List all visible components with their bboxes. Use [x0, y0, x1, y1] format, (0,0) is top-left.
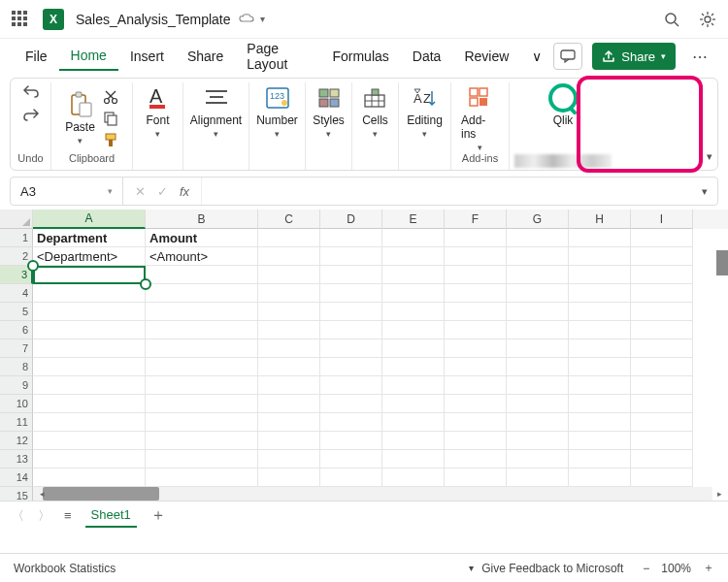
name-box[interactable]: A3 ▾ [11, 178, 123, 205]
cell[interactable] [445, 284, 507, 303]
cell[interactable] [146, 469, 258, 487]
cell[interactable] [258, 247, 320, 266]
cell[interactable] [320, 358, 382, 376]
sheet-next-icon[interactable]: 〉 [38, 507, 50, 525]
more-menu-button[interactable]: ⋯ [685, 43, 714, 70]
row-header[interactable]: 15 [0, 487, 33, 501]
scroll-left-icon[interactable]: ◂ [35, 487, 49, 501]
cell[interactable]: <Department> [33, 247, 146, 266]
column-header-A[interactable]: A [33, 210, 146, 229]
row-header[interactable]: 7 [0, 340, 33, 358]
cell[interactable] [445, 469, 507, 487]
cell[interactable] [258, 321, 320, 340]
cell[interactable] [146, 413, 258, 432]
app-launcher-icon[interactable] [12, 11, 29, 28]
cell[interactable] [146, 376, 258, 395]
cell[interactable]: Department [33, 229, 146, 247]
cell[interactable] [146, 358, 258, 376]
cell[interactable] [258, 469, 320, 487]
cell[interactable] [569, 450, 631, 469]
comments-button[interactable] [553, 43, 582, 70]
cell[interactable] [382, 340, 445, 358]
cell[interactable] [258, 229, 320, 247]
status-dropdown-icon[interactable]: ▾ [469, 563, 474, 573]
tab-formulas[interactable]: Formulas [320, 43, 400, 70]
cell[interactable] [382, 266, 445, 284]
cell[interactable] [507, 450, 569, 469]
selection-handle-br[interactable] [140, 278, 151, 290]
tab-data[interactable]: Data [401, 43, 453, 70]
cell[interactable] [631, 303, 693, 321]
cell[interactable] [445, 229, 507, 247]
search-icon[interactable] [664, 12, 679, 27]
tab-file[interactable]: File [14, 43, 59, 70]
cell[interactable] [33, 432, 146, 450]
cell[interactable] [320, 266, 382, 284]
cell[interactable] [320, 469, 382, 487]
cell[interactable] [382, 247, 445, 266]
undo-button[interactable] [22, 84, 40, 98]
cell[interactable] [507, 432, 569, 450]
cell[interactable] [320, 321, 382, 340]
cell[interactable] [445, 413, 507, 432]
cell[interactable] [569, 358, 631, 376]
row-header[interactable]: 8 [0, 358, 33, 376]
cell[interactable] [382, 432, 445, 450]
document-title[interactable]: Sales_Analysis_Template [76, 12, 231, 27]
cell[interactable] [33, 284, 146, 303]
editing-group-button[interactable]: AZ Editing▾ [407, 84, 443, 139]
cell[interactable] [507, 266, 569, 284]
cell[interactable] [320, 395, 382, 413]
column-header-D[interactable]: D [320, 210, 382, 229]
format-painter-button[interactable] [103, 132, 118, 147]
tab-insert[interactable]: Insert [118, 43, 176, 70]
cell[interactable] [569, 321, 631, 340]
cell[interactable] [445, 266, 507, 284]
cell[interactable] [146, 303, 258, 321]
tab-home[interactable]: Home [59, 42, 118, 71]
cell[interactable] [258, 450, 320, 469]
cell[interactable] [382, 303, 445, 321]
cell[interactable] [631, 247, 693, 266]
cell[interactable] [507, 321, 569, 340]
cells-group-button[interactable]: Cells▾ [362, 84, 388, 139]
qlik-addin-button[interactable]: Qlik [548, 84, 578, 127]
row-header[interactable]: 14 [0, 469, 33, 487]
cell[interactable] [507, 395, 569, 413]
fx-icon[interactable]: fx [180, 184, 189, 199]
cell[interactable] [33, 450, 146, 469]
tab-share[interactable]: Share [176, 43, 235, 70]
cell[interactable] [33, 413, 146, 432]
styles-group-button[interactable]: Styles▾ [313, 84, 345, 139]
column-header-E[interactable]: E [382, 210, 445, 229]
cell[interactable] [382, 229, 445, 247]
cell[interactable] [320, 413, 382, 432]
cell[interactable] [631, 340, 693, 358]
cell[interactable] [507, 303, 569, 321]
cell[interactable] [146, 395, 258, 413]
accept-formula-icon[interactable]: ✓ [157, 184, 168, 199]
all-sheets-icon[interactable]: ≡ [64, 508, 72, 523]
title-dropdown-icon[interactable]: ▾ [260, 14, 265, 24]
cell[interactable] [258, 284, 320, 303]
cell[interactable] [569, 229, 631, 247]
cell[interactable] [33, 266, 146, 284]
cell[interactable] [382, 395, 445, 413]
row-header[interactable]: 10 [0, 395, 33, 413]
cell[interactable] [320, 284, 382, 303]
cell[interactable] [569, 303, 631, 321]
row-header[interactable]: 1 [0, 229, 33, 247]
selection-handle-tl[interactable] [27, 260, 39, 272]
cell[interactable] [631, 469, 693, 487]
cell[interactable] [33, 321, 146, 340]
paste-button[interactable]: Paste ▾ [65, 91, 95, 146]
select-all-corner[interactable] [0, 210, 33, 229]
cell[interactable] [569, 247, 631, 266]
font-group-button[interactable]: A Font▾ [146, 84, 169, 139]
cell[interactable] [631, 229, 693, 247]
cell[interactable] [569, 432, 631, 450]
cell[interactable] [569, 340, 631, 358]
ribbon-collapse-icon[interactable]: ▾ [707, 150, 712, 163]
tab-page-layout[interactable]: Page Layout [235, 35, 320, 78]
column-header-B[interactable]: B [146, 210, 258, 229]
